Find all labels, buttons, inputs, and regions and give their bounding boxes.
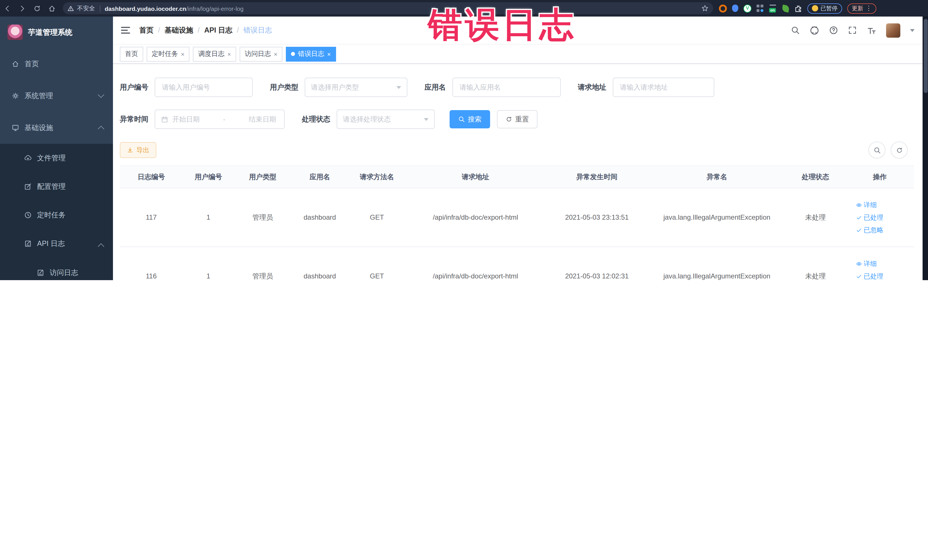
sidebar-item-7[interactable]: 访问日志 [0,258,113,280]
table-header-row: 日志编号用户编号用户类型应用名请求方法名请求地址异常发生时间异常名处理状态操作 [120,166,914,188]
search-icon[interactable] [791,26,800,35]
cell-actions: 详细已处理已忽略 [846,188,914,247]
tab-3[interactable]: 访问日志× [240,46,283,61]
tab-2[interactable]: 调度日志× [193,46,236,61]
export-button[interactable]: 导出 [120,142,156,158]
overlay-annotation-title: 错误日志 [428,2,576,49]
breadcrumb-infra[interactable]: 基础设施 [165,25,193,35]
app-title: 芋道管理系统 [28,27,72,37]
action-detail-link[interactable]: 详细 [856,201,877,209]
extension-grid-icon[interactable] [757,5,764,12]
breadcrumb-home[interactable]: 首页 [139,25,154,35]
user-menu-caret-icon[interactable] [910,29,914,32]
extension-shield-icon[interactable] [732,5,738,12]
close-icon[interactable]: × [274,50,278,57]
edit-icon [24,182,32,191]
sidebar-item-5[interactable]: 定时任务 [0,201,113,229]
log-icon [37,269,44,277]
request-url-input[interactable] [619,83,708,92]
profile-paused-badge[interactable]: 已暂停 [807,3,842,14]
cell-处理状态: 未处理 [785,247,845,280]
sidebar-toggle-icon[interactable] [121,27,130,34]
browser-menu-icon[interactable]: ⋮ [865,5,872,12]
chevron-up-icon [98,243,104,250]
security-badge[interactable]: 不安全 [77,4,95,12]
tab-1[interactable]: 定时任务× [147,46,190,61]
browser-back-icon[interactable] [0,4,15,12]
action-detail-link[interactable]: 详细 [856,259,877,268]
cell-日志编号: 117 [120,188,183,247]
sidebar-item-3[interactable]: 文件管理 [0,144,113,172]
sidebar-logo-row[interactable]: 芋道管理系统 [0,17,113,48]
col-header-1: 用户编号 [183,166,234,188]
extension-orange-icon[interactable] [719,4,727,12]
fullscreen-icon[interactable] [848,26,857,35]
close-icon[interactable]: × [327,50,331,57]
browser-update-button[interactable]: 更新⋮ [847,3,876,14]
sidebar-item-6[interactable]: API 日志 [0,229,113,258]
cell-处理状态: 未处理 [785,188,845,247]
address-bar[interactable]: 不安全 dashboard.yudao.iocoder.cn/infra/log… [63,2,713,14]
refresh-table-button[interactable] [891,142,908,159]
cell-请求地址: /api/infra/db-doc/export-html [405,247,545,280]
security-warning-icon[interactable] [67,5,74,12]
extension-green-check-icon[interactable]: V [743,4,751,12]
date-range-picker[interactable]: 开始日期 - 结束日期 [155,110,285,129]
tab-0[interactable]: 首页 [120,46,143,61]
browser-reload-icon[interactable] [30,4,44,12]
sidebar-item-0[interactable]: 首页 [0,48,113,80]
sidebar-item-4[interactable]: 配置管理 [0,172,113,201]
chevron-down-icon [98,92,104,98]
app-logo [8,24,23,40]
sidebar-item-1[interactable]: 系统管理 [0,80,113,112]
action-processed-link[interactable]: 已处理 [856,213,884,222]
browser-home-icon[interactable] [44,4,60,12]
user-id-input-wrap [155,78,253,97]
browser-forward-icon[interactable] [15,4,30,12]
log-icon [24,240,32,248]
table-toolbar: 导出 [120,142,916,159]
breadcrumb-current: 错误日志 [244,25,272,35]
process-status-select[interactable]: 请选择处理状态 [337,110,435,129]
address-separator [99,5,100,12]
user-id-input[interactable] [161,83,246,92]
hide-search-button[interactable] [868,142,885,159]
cell-请求方法名: GET [348,247,405,280]
search-button[interactable]: 搜索 [450,110,490,128]
github-icon[interactable] [810,25,819,35]
chevron-down-icon [424,118,429,121]
user-avatar[interactable] [886,23,901,37]
filter-row-2: 异常时间 开始日期 - 结束日期 处理状态 请选择处理状态 搜索 [120,110,916,129]
extension-plant-icon[interactable] [781,4,790,12]
close-icon[interactable]: × [227,50,231,57]
reset-button[interactable]: 重置 [497,110,537,128]
content: 用户编号 用户类型 请选择用户类型 应用名 请求地址 [113,64,923,280]
sidebar-item-2[interactable]: 基础设施 [0,112,113,144]
extension-switch-icon[interactable]: on [769,5,777,12]
cell-actions: 详细已处理已忽略 [846,247,914,280]
action-processed-link[interactable]: 已处理 [856,272,884,280]
extensions-puzzle-icon[interactable] [794,4,802,12]
tab-4[interactable]: 错误日志× [286,46,336,61]
bookmark-star-icon[interactable] [701,5,709,12]
breadcrumb-api-log[interactable]: API 日志 [204,25,232,35]
app-name-input[interactable] [458,83,554,92]
help-icon[interactable] [829,26,838,35]
header-actions [791,23,923,37]
cell-应用名: dashboard [291,188,348,247]
col-header-7: 异常名 [649,166,786,188]
close-icon[interactable]: × [181,50,185,57]
breadcrumb: 首页 / 基础设施 / API 日志 / 错误日志 [139,25,272,35]
cell-异常名: java.lang.IllegalArgumentException [649,188,786,247]
cloud-icon [24,154,32,162]
font-size-icon[interactable] [867,25,876,35]
scrollbar-thumb[interactable] [923,19,927,93]
gear-icon [11,92,20,100]
action-ignored-link[interactable]: 已忽略 [856,226,884,234]
profile-avatar-emoji [812,5,818,11]
cell-请求方法名: GET [348,188,405,247]
main-area: 首页 / 基础设施 / API 日志 / 错误日志 首页定时任务×调度日志×访问… [113,17,923,280]
page-scrollbar[interactable] [923,17,928,280]
user-type-select[interactable]: 请选择用户类型 [305,78,408,97]
table-row: 1171管理员dashboardGET/api/infra/db-doc/exp… [120,188,914,247]
